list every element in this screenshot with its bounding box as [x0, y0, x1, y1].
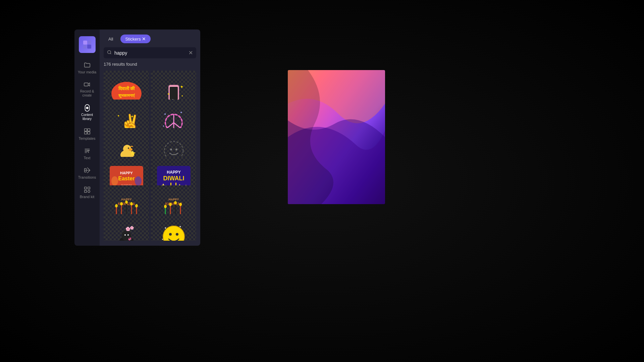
svg-text:✦: ✦ [164, 112, 166, 116]
svg-rect-15 [88, 187, 90, 189]
svg-rect-22 [170, 87, 178, 100]
svg-point-17 [108, 50, 111, 53]
svg-text:T: T [87, 149, 90, 154]
svg-text:🌸: 🌸 [130, 226, 134, 230]
svg-text:✦: ✦ [180, 111, 182, 114]
svg-rect-4 [83, 45, 87, 49]
svg-line-33 [167, 123, 174, 128]
sidebar-item-content-library[interactable]: Contentlibrary [74, 101, 100, 124]
search-box: ✕ [104, 47, 196, 58]
svg-text:HAPPY: HAPPY [167, 170, 180, 175]
search-icon [107, 50, 112, 56]
preview-canvas [288, 70, 385, 204]
filter-row: All Stickers ✕ [104, 35, 196, 43]
search-input[interactable] [114, 50, 186, 56]
sidebar-label-record-create: Record &create [80, 89, 94, 98]
stickers-grid: दिवाली की शुभकामनाएं ✦ ✦ ✦ ✌️ ✦ ✦ [104, 71, 196, 241]
svg-text:✦: ✦ [117, 114, 120, 118]
svg-text:✦: ✦ [167, 92, 170, 96]
sidebar-item-text[interactable]: T Text [74, 144, 100, 163]
svg-rect-6 [84, 83, 88, 86]
sidebar-item-brand-kit[interactable]: Brand kit [74, 183, 100, 202]
svg-point-73 [135, 204, 138, 207]
svg-point-99 [169, 233, 172, 236]
svg-text:✦: ✦ [181, 95, 183, 98]
svg-text:दिवाली की: दिवाली की [118, 86, 135, 91]
svg-rect-3 [88, 41, 91, 44]
svg-point-94 [127, 234, 129, 236]
svg-rect-8 [84, 129, 87, 131]
svg-rect-16 [84, 190, 86, 192]
filter-all-button[interactable]: All [104, 35, 118, 43]
svg-text:♥: ♥ [179, 225, 181, 228]
svg-point-50 [111, 176, 118, 186]
sidebar-item-templates[interactable]: Templates [74, 124, 100, 144]
svg-text:♥: ♥ [165, 227, 166, 230]
svg-rect-11 [87, 132, 90, 134]
sidebar-item-record-create[interactable]: Record &create [74, 77, 100, 101]
svg-point-85 [174, 201, 177, 204]
content-panel: All Stickers ✕ ✕ 176 results found दिवाल… [100, 29, 200, 246]
svg-point-84 [169, 203, 172, 206]
app-logo [79, 36, 96, 53]
sidebar-label-content-library: Contentlibrary [81, 113, 93, 121]
svg-rect-5 [87, 45, 91, 49]
svg-rect-10 [84, 132, 87, 134]
sidebar-item-transitions[interactable]: Transitions [74, 163, 100, 183]
svg-text:💞: 💞 [128, 237, 131, 241]
svg-text:Easter: Easter [118, 176, 135, 181]
svg-point-51 [135, 176, 142, 186]
svg-text:HAPPY: HAPPY [120, 171, 133, 175]
sticker-item-12[interactable]: ♥ ♥ ♥ [151, 214, 196, 241]
svg-text:HAPPY: HAPPY [168, 198, 179, 201]
svg-text:DIWALI: DIWALI [163, 175, 184, 182]
svg-text:⭐: ⭐ [130, 150, 136, 156]
svg-rect-2 [83, 41, 87, 45]
svg-text:♥: ♥ [162, 238, 163, 240]
svg-text:✦: ✦ [130, 114, 134, 119]
svg-point-70 [120, 202, 123, 205]
results-count: 176 results found [104, 62, 196, 67]
filter-stickers-button[interactable]: Stickers ✕ [120, 35, 150, 43]
svg-text:शुभकामनाएं: शुभकामनाएं [118, 93, 135, 98]
svg-rect-14 [84, 187, 86, 189]
svg-point-69 [115, 204, 118, 207]
svg-text:✦: ✦ [180, 84, 184, 89]
sidebar-item-your-media[interactable]: Your media [74, 58, 100, 77]
svg-point-83 [164, 205, 167, 208]
svg-point-72 [130, 202, 133, 205]
svg-rect-9 [87, 129, 90, 131]
sticker-item-11[interactable]: 🌸 🌸 💞 [104, 214, 149, 241]
svg-point-86 [179, 203, 182, 206]
svg-point-93 [124, 234, 126, 236]
svg-point-100 [176, 233, 178, 236]
svg-line-34 [174, 123, 181, 128]
filter-stickers-close[interactable]: ✕ [142, 36, 146, 42]
sidebar: Your media Record &create Contentlibrary… [74, 29, 100, 246]
svg-point-44 [170, 148, 172, 150]
svg-point-45 [175, 148, 177, 150]
search-clear-button[interactable]: ✕ [189, 50, 193, 56]
svg-text:✦: ✦ [162, 125, 165, 128]
svg-point-41 [128, 147, 129, 149]
svg-point-71 [125, 200, 128, 204]
